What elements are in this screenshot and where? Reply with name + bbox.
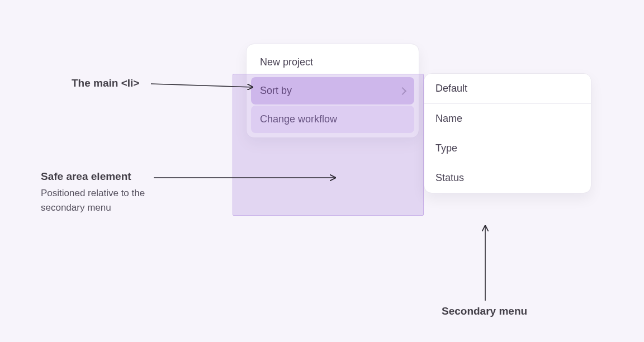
secondary-item-status[interactable]: Status xyxy=(424,163,591,193)
annotation-main-li: The main <li> xyxy=(72,77,139,89)
secondary-item-name[interactable]: Name xyxy=(424,104,591,134)
menu-item-label: Change workflow xyxy=(260,113,337,125)
annotation-subtitle: Positioned relative to the secondary men… xyxy=(41,186,186,215)
secondary-item-label: Default xyxy=(435,83,467,94)
secondary-item-default[interactable]: Default xyxy=(424,74,591,104)
secondary-item-label: Status xyxy=(435,172,464,183)
secondary-item-label: Type xyxy=(435,142,457,154)
annotation-title: Secondary menu xyxy=(442,305,527,317)
annotation-title: Safe area element xyxy=(41,170,186,183)
arrow-main-li xyxy=(151,84,253,87)
menu-item-sort-by[interactable]: Sort by xyxy=(251,77,414,104)
annotation-safe-area: Safe area element Positioned relative to… xyxy=(41,170,186,215)
chevron-right-icon xyxy=(399,87,406,94)
primary-menu: New project Sort by Change workflow xyxy=(246,44,419,138)
annotation-title: The main <li> xyxy=(72,77,139,89)
secondary-menu: Default Name Type Status xyxy=(424,73,591,193)
menu-item-label: Sort by xyxy=(260,85,292,97)
secondary-item-label: Name xyxy=(435,113,462,124)
menu-item-label: New project xyxy=(260,56,313,68)
secondary-item-type[interactable]: Type xyxy=(424,134,591,163)
menu-item-new-project[interactable]: New project xyxy=(251,49,414,76)
menu-item-change-workflow[interactable]: Change workflow xyxy=(251,106,414,133)
annotation-secondary-menu: Secondary menu xyxy=(442,305,527,317)
